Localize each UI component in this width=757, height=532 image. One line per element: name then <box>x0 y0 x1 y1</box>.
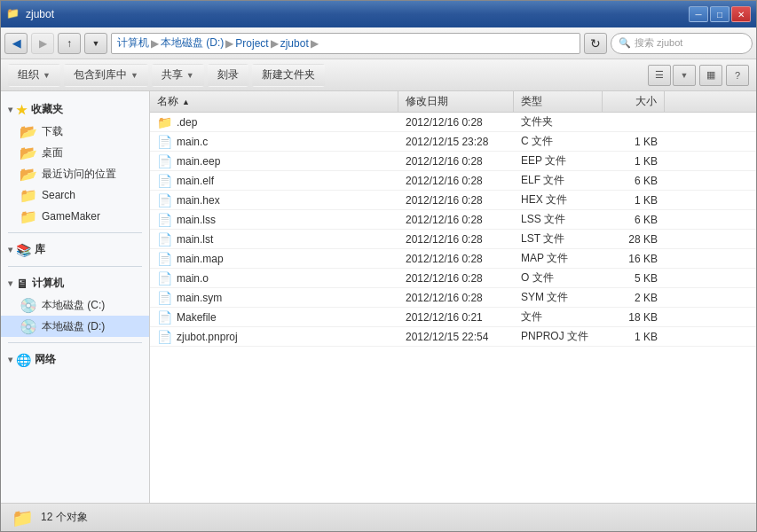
preview-pane-button[interactable]: ▦ <box>699 65 722 86</box>
file-name-cell: 📄main.eep <box>150 154 398 168</box>
file-icon: 📄 <box>157 310 171 325</box>
file-name-cell: 📄main.lss <box>150 213 398 227</box>
breadcrumb-sep-4: ▶ <box>311 37 319 50</box>
title-bar-left: 📁 zjubot <box>6 7 54 21</box>
sidebar-item-drive-d[interactable]: 💿 本地磁盘 (D:) <box>1 316 149 337</box>
file-type-cell: C 文件 <box>514 134 603 149</box>
burn-button[interactable]: 刻录 <box>208 64 248 87</box>
drive-d-icon: 💿 <box>20 318 36 334</box>
network-header[interactable]: ▾ 🌐 网络 <box>1 348 149 371</box>
table-row[interactable]: 📄zjubot.pnproj2012/12/15 22:54PNPROJ 文件1… <box>150 327 756 347</box>
sidebar-item-download[interactable]: 📂 下载 <box>1 121 149 142</box>
sidebar-item-desktop[interactable]: 📂 桌面 <box>1 142 149 163</box>
file-name-cell: 📄Makefile <box>150 310 398 325</box>
search-icon: 🔍 <box>619 37 631 49</box>
file-rows-container: 📁.dep2012/12/16 0:28文件夹📄main.c2012/12/15… <box>150 113 756 347</box>
file-date-cell: 2012/12/16 0:28 <box>398 175 514 187</box>
file-type-cell: LST 文件 <box>514 231 603 246</box>
file-type-cell: EEP 文件 <box>514 153 603 168</box>
file-name: main.c <box>177 136 208 148</box>
file-name-cell: 📄main.map <box>150 252 398 266</box>
table-row[interactable]: 📄main.lst2012/12/16 0:28LST 文件28 KB <box>150 230 756 249</box>
forward-button[interactable]: ▶ <box>31 33 54 54</box>
file-size-cell: 18 KB <box>603 311 665 324</box>
computer-icon: 🖥 <box>16 277 28 291</box>
file-size-cell: 1 KB <box>603 155 665 168</box>
favorites-header[interactable]: ▾ ★ 收藏夹 <box>1 98 149 121</box>
table-row[interactable]: 📄main.o2012/12/16 0:28O 文件5 KB <box>150 269 756 288</box>
table-row[interactable]: 📄Makefile2012/12/16 0:21文件18 KB <box>150 308 756 327</box>
organize-button[interactable]: 组织 ▼ <box>8 64 60 87</box>
file-type-cell: 文件 <box>514 309 603 325</box>
table-row[interactable]: 📄main.c2012/12/15 23:28C 文件1 KB <box>150 132 756 152</box>
search-bar[interactable]: 🔍 搜索 zjubot <box>611 33 753 54</box>
explorer-window: 📁 zjubot ─ □ ✕ ◀ ▶ ↑ ▼ 计算机 ▶ 本地磁盘 (D:) ▶… <box>0 0 757 532</box>
drive-c-icon: 💿 <box>20 297 36 313</box>
status-bar: 📁 12 个对象 <box>1 503 756 531</box>
library-header[interactable]: ▾ 📚 库 <box>1 239 149 261</box>
file-list: 名称 ▲ 修改日期 类型 大小 📁.dep2012/12/16 0:28文件夹📄… <box>150 91 756 503</box>
file-icon: 📄 <box>157 135 171 149</box>
file-type-cell: SYM 文件 <box>514 290 603 305</box>
gamemaker-icon: 📁 <box>20 208 36 224</box>
file-size-cell: 16 KB <box>603 253 665 265</box>
title-folder-icon: 📁 <box>6 7 20 21</box>
file-size-cell: 6 KB <box>603 214 665 226</box>
col-header-name[interactable]: 名称 ▲ <box>150 91 398 112</box>
sidebar-item-recent[interactable]: 📂 最近访问的位置 <box>1 163 149 184</box>
table-row[interactable]: 📄main.sym2012/12/16 0:28SYM 文件2 KB <box>150 288 756 308</box>
breadcrumb-project[interactable]: Project <box>235 37 268 50</box>
computer-label: 计算机 <box>32 276 64 291</box>
recent-pages-button[interactable]: ▼ <box>84 33 107 54</box>
view-buttons: ☰ ▼ <box>648 65 696 86</box>
up-button[interactable]: ↑ <box>58 33 81 54</box>
library-section: ▾ 📚 库 <box>1 239 149 261</box>
include-library-button[interactable]: 包含到库中 ▼ <box>64 64 148 87</box>
window-controls: ─ □ ✕ <box>689 6 751 22</box>
share-button[interactable]: 共享 ▼ <box>152 64 204 87</box>
table-row[interactable]: 📄main.elf2012/12/16 0:28ELF 文件6 KB <box>150 171 756 191</box>
file-date-cell: 2012/12/16 0:28 <box>398 233 514 246</box>
file-type-cell: MAP 文件 <box>514 251 603 266</box>
file-icon: 📄 <box>157 174 171 188</box>
favorites-section: ▾ ★ 收藏夹 📂 下载 📂 桌面 📂 最近访问的位置 📁 <box>1 98 149 227</box>
file-type-cell: LSS 文件 <box>514 212 603 227</box>
sidebar-item-drive-c[interactable]: 💿 本地磁盘 (C:) <box>1 294 149 316</box>
recent-icon: 📂 <box>20 166 36 182</box>
sidebar-item-gamemaker[interactable]: 📁 GameMaker <box>1 206 149 227</box>
breadcrumb-zjubot[interactable]: zjubot <box>280 37 309 50</box>
breadcrumb-drive[interactable]: 本地磁盘 (D:) <box>161 35 224 51</box>
file-date-cell: 2012/12/16 0:28 <box>398 214 514 226</box>
computer-header[interactable]: ▾ 🖥 计算机 <box>1 272 149 294</box>
breadcrumb-computer[interactable]: 计算机 <box>117 35 149 51</box>
file-name-cell: 📄main.lst <box>150 232 398 246</box>
table-row[interactable]: 📄main.eep2012/12/16 0:28EEP 文件1 KB <box>150 152 756 171</box>
col-header-size[interactable]: 大小 <box>603 91 665 112</box>
view-details-button[interactable]: ☰ <box>648 65 671 86</box>
file-size-cell: 1 KB <box>603 194 665 207</box>
sidebar-item-search-label: Search <box>42 189 75 201</box>
help-button[interactable]: ? <box>726 65 749 86</box>
table-row[interactable]: 📁.dep2012/12/16 0:28文件夹 <box>150 113 756 132</box>
breadcrumb[interactable]: 计算机 ▶ 本地磁盘 (D:) ▶ Project ▶ zjubot ▶ <box>111 33 580 54</box>
computer-arrow: ▾ <box>8 278 12 288</box>
refresh-button[interactable]: ↻ <box>584 33 607 54</box>
table-row[interactable]: 📄main.lss2012/12/16 0:28LSS 文件6 KB <box>150 210 756 230</box>
close-button[interactable]: ✕ <box>731 6 751 22</box>
file-name: main.o <box>177 272 209 285</box>
file-type-cell: 文件夹 <box>514 114 603 129</box>
file-icon: 📄 <box>157 330 171 344</box>
table-row[interactable]: 📄main.map2012/12/16 0:28MAP 文件16 KB <box>150 249 756 269</box>
back-button[interactable]: ◀ <box>4 33 28 54</box>
maximize-button[interactable]: □ <box>710 6 729 22</box>
view-dropdown-button[interactable]: ▼ <box>673 65 696 86</box>
table-row[interactable]: 📄main.hex2012/12/16 0:28HEX 文件1 KB <box>150 191 756 210</box>
new-folder-button[interactable]: 新建文件夹 <box>252 64 325 87</box>
col-header-type[interactable]: 类型 <box>514 91 603 112</box>
col-header-date[interactable]: 修改日期 <box>398 91 514 112</box>
file-date-cell: 2012/12/16 0:21 <box>398 311 514 324</box>
folder-icon: 📁 <box>157 115 171 129</box>
file-type-cell: O 文件 <box>514 270 603 286</box>
minimize-button[interactable]: ─ <box>689 6 708 22</box>
sidebar-item-search[interactable]: 📁 Search <box>1 184 149 206</box>
